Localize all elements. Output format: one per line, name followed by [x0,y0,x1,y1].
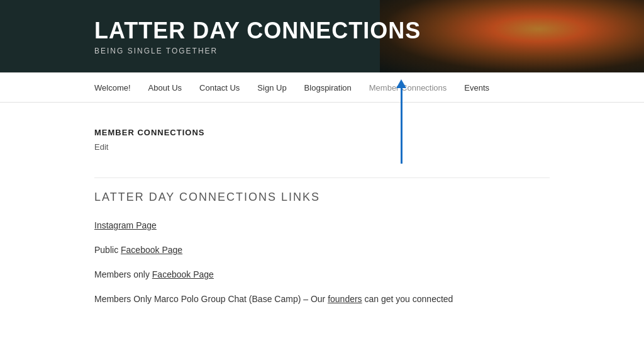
nav-item-blogspiration[interactable]: Blogspiration [296,83,360,93]
divider [94,177,550,178]
arrow-line [401,88,402,164]
page-section-title: MEMBER CONNECTIONS Edit [94,128,550,152]
edit-link[interactable]: Edit [94,142,108,152]
nav-item-signup[interactable]: Sign Up [248,83,295,93]
arrow-head [396,79,406,88]
link-item-facebook-public: Public Facebook Page [94,244,550,257]
site-header: LATTER DAY CONNECTIONS BEING SINGLE TOGE… [0,0,644,72]
site-tagline: BEING SINGLE TOGETHER [94,47,421,55]
nav-list: Welcome! About Us Contact Us Sign Up Blo… [94,83,498,93]
link-item-instagram: Instagram Page [94,219,550,232]
facebook-public-link[interactable]: Facebook Page [121,245,182,255]
links-section: LATTER DAY CONNECTIONS LINKS Instagram P… [94,191,550,306]
instagram-page-link[interactable]: Instagram Page [94,220,157,230]
facebook-members-link[interactable]: Facebook Page [152,269,214,279]
link-item-facebook-members: Members only Facebook Page [94,268,550,281]
nav-item-events[interactable]: Events [455,83,498,93]
nav-item-welcome[interactable]: Welcome! [94,83,140,93]
site-navigation: Welcome! About Us Contact Us Sign Up Blo… [0,72,644,103]
marco-polo-prefix: Members Only Marco Polo Group Chat (Base… [94,294,328,304]
link-item-marco-polo: Members Only Marco Polo Group Chat (Base… [94,293,550,306]
facebook-public-prefix: Public [94,245,121,255]
nav-item-contact[interactable]: Contact Us [191,83,248,93]
links-heading: LATTER DAY CONNECTIONS LINKS [94,191,550,204]
nav-item-member-connections[interactable]: Member Connections [360,83,456,93]
arrow-annotation [396,79,406,164]
header-content: LATTER DAY CONNECTIONS BEING SINGLE TOGE… [94,18,421,55]
founders-link[interactable]: founders [328,294,362,304]
nav-item-about[interactable]: About Us [140,83,191,93]
facebook-members-prefix: Members only [94,269,152,279]
marco-polo-suffix: can get you connected [362,294,453,304]
main-content: MEMBER CONNECTIONS Edit LATTER DAY CONNE… [0,103,644,342]
page-title: MEMBER CONNECTIONS [94,128,550,137]
site-title: LATTER DAY CONNECTIONS [94,18,421,44]
